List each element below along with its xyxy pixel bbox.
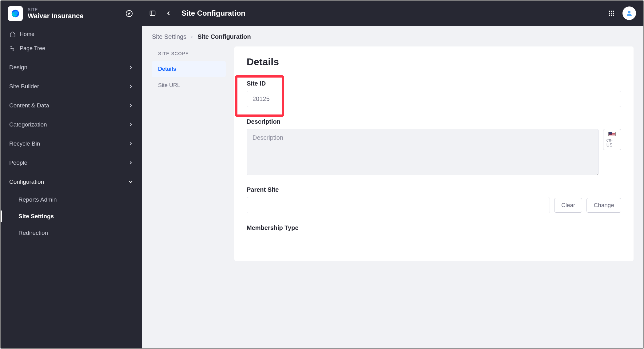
svg-rect-5	[10, 46, 11, 47]
svg-rect-18	[611, 15, 612, 16]
chevron-right-icon	[128, 65, 133, 70]
chevron-right-icon	[190, 35, 194, 39]
parent-site-label: Parent Site	[247, 186, 621, 193]
scope-heading: SITE SCOPE	[152, 46, 226, 61]
description-textarea[interactable]	[247, 129, 599, 175]
change-button[interactable]: Change	[586, 198, 621, 213]
svg-point-2	[14, 11, 18, 15]
tree-icon	[9, 45, 16, 52]
nav-group-design[interactable]: Design	[1, 58, 142, 77]
nav-sub-redirection[interactable]: Redirection	[1, 225, 142, 241]
nav-sub-label: Redirection	[18, 230, 48, 236]
topbar: Site Configuration	[142, 1, 643, 26]
chevron-right-icon	[128, 141, 133, 146]
nav-groups: Design Site Builder Content & Data Categ…	[1, 55, 142, 241]
nav-page-tree[interactable]: Page Tree	[1, 41, 142, 55]
nav-group-categorization[interactable]: Categorization	[1, 115, 142, 134]
svg-marker-4	[128, 12, 130, 15]
site-logo[interactable]	[8, 6, 23, 21]
user-icon	[626, 10, 633, 17]
nav-group-label: Site Builder	[9, 83, 39, 90]
locale-label: en-US	[606, 138, 618, 147]
nav-sub-reports-admin[interactable]: Reports Admin	[1, 191, 142, 208]
site-id-input[interactable]	[247, 91, 621, 107]
site-name: Waivar Insurance	[28, 12, 124, 20]
user-avatar[interactable]	[622, 6, 636, 20]
site-header: SITE Waivar Insurance	[1, 1, 142, 25]
description-label: Description	[247, 118, 621, 125]
site-label: SITE	[28, 7, 124, 12]
chevron-right-icon	[128, 84, 133, 89]
clear-button[interactable]: Clear	[554, 198, 582, 213]
svg-rect-19	[613, 15, 614, 16]
home-icon	[9, 31, 16, 38]
nav-group-content-data[interactable]: Content & Data	[1, 96, 142, 115]
field-parent-site: Parent Site Clear Change	[247, 186, 621, 213]
svg-rect-17	[609, 15, 610, 16]
topbar-right	[605, 6, 636, 20]
flag-us-icon	[608, 132, 616, 136]
details-card: Details Site ID Description en-US	[234, 46, 634, 261]
chevron-right-icon	[128, 122, 133, 127]
scope-item-site-url[interactable]: Site URL	[152, 77, 226, 94]
nav-sub-site-settings[interactable]: Site Settings	[1, 208, 142, 225]
svg-rect-16	[613, 13, 614, 14]
nav-sub-label: Reports Admin	[18, 196, 57, 203]
back-button[interactable]	[162, 6, 175, 20]
nav-group-recycle-bin[interactable]: Recycle Bin	[1, 134, 142, 153]
panel-icon	[149, 10, 156, 17]
site-id-label: Site ID	[247, 80, 621, 87]
nav-group-label: Configuration	[9, 179, 44, 185]
svg-rect-13	[613, 11, 614, 12]
apps-grid-icon	[608, 10, 615, 17]
details-heading: Details	[247, 56, 621, 68]
svg-rect-11	[609, 11, 610, 12]
breadcrumb-link-site-settings[interactable]: Site Settings	[152, 33, 186, 40]
nav-group-label: Categorization	[9, 121, 47, 128]
sidebar: SITE Waivar Insurance Home Page Tree Des…	[1, 1, 142, 348]
nav-group-label: Design	[9, 64, 27, 71]
field-site-id: Site ID	[247, 80, 621, 107]
nav-group-people[interactable]: People	[1, 153, 142, 172]
membership-type-label: Membership Type	[247, 224, 621, 231]
chevron-right-icon	[128, 103, 133, 108]
locale-button[interactable]: en-US	[603, 129, 621, 150]
scope-item-details[interactable]: Details	[152, 61, 226, 77]
field-description: Description en-US	[247, 118, 621, 175]
svg-rect-14	[609, 13, 610, 14]
svg-rect-9	[150, 11, 155, 16]
logo-icon	[11, 9, 20, 18]
page-title: Site Configuration	[181, 9, 602, 18]
chevron-left-icon	[165, 10, 172, 17]
nav-group-site-builder[interactable]: Site Builder	[1, 77, 142, 96]
nav-group-label: Content & Data	[9, 102, 49, 109]
chevron-right-icon	[128, 160, 133, 166]
breadcrumb-separator	[190, 33, 194, 40]
panel-toggle-button[interactable]	[146, 6, 159, 20]
content: Site Settings Site Configuration SITE SC…	[142, 26, 643, 348]
nav-page-tree-label: Page Tree	[20, 45, 45, 52]
compass-button[interactable]	[124, 8, 135, 19]
body-grid: SITE SCOPE Details Site URL Details Site…	[152, 46, 634, 261]
svg-point-20	[628, 11, 630, 13]
nav-group-configuration[interactable]: Configuration	[1, 172, 142, 191]
parent-site-input[interactable]	[247, 197, 550, 213]
breadcrumb-current: Site Configuration	[197, 33, 251, 40]
breadcrumb: Site Settings Site Configuration	[152, 33, 634, 40]
svg-rect-12	[611, 11, 612, 12]
main: Site Configuration Site Settings Site Co…	[142, 1, 643, 348]
nav-home-label: Home	[20, 31, 34, 38]
site-meta: SITE Waivar Insurance	[28, 7, 124, 20]
scope-panel: SITE SCOPE Details Site URL	[152, 46, 226, 94]
apps-button[interactable]	[605, 6, 618, 20]
nav-sub-label: Site Settings	[18, 213, 54, 220]
compass-icon	[125, 10, 133, 17]
nav-top: Home Page Tree	[1, 25, 142, 55]
nav-group-label: Recycle Bin	[9, 140, 40, 147]
field-membership-type: Membership Type	[247, 224, 621, 231]
nav-home[interactable]: Home	[1, 27, 142, 41]
nav-group-label: People	[9, 159, 27, 166]
chevron-down-icon	[128, 179, 133, 185]
svg-rect-15	[611, 13, 612, 14]
